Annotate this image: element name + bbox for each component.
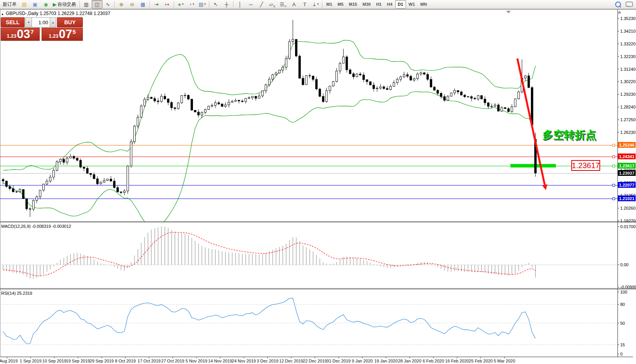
arrows-button[interactable]: ⇣▾ (310, 0, 321, 8)
line-handle[interactable] (613, 184, 615, 187)
sell-price[interactable]: 1.23 03 7 (1, 28, 40, 41)
volume-input[interactable]: 1.00 (32, 17, 50, 27)
timeframe-m5[interactable]: M5 (335, 0, 346, 8)
line-handle[interactable] (613, 156, 615, 158)
price-tag-1.23617: 1.23617 (618, 163, 636, 169)
signal-icon[interactable]: ◉ (40, 0, 51, 8)
rsi-indicator (0, 298, 618, 345)
zoom-out-button[interactable]: ⊖ (127, 0, 138, 8)
chart-shift-marker[interactable] (506, 11, 511, 13)
svg-text:1.35230: 1.35230 (620, 16, 636, 21)
market-watch-icon[interactable]: ▣ (30, 0, 40, 8)
svg-text:0.00: 0.00 (620, 262, 628, 267)
fibonacci-button[interactable]: ☰F (278, 0, 289, 8)
trend-arrow[interactable] (517, 58, 547, 190)
channel-button[interactable]: ▱E (267, 0, 278, 8)
ohlc-values: 1.25703 1.26229 1.22748 1.23037 (40, 11, 111, 16)
svg-text:1 Sep 2019: 1 Sep 2019 (20, 359, 41, 363)
green-highlight-bar[interactable] (510, 164, 556, 167)
timeframe-h4[interactable]: H4 (384, 0, 395, 8)
horizontal-line-glyph: ─ (249, 2, 252, 7)
crosshair-glyph: ┼ (225, 2, 228, 7)
channel-glyph: ▱ (269, 2, 273, 7)
price-tag-1.22077: 1.22077 (618, 182, 636, 188)
signal-icon-glyph: ◉ (44, 2, 48, 7)
timeframe-m1[interactable]: M1 (324, 0, 335, 8)
sell-price-big: 03 (17, 29, 30, 40)
indicators-button[interactable]: +▾ (175, 0, 186, 8)
crosshair-button[interactable]: ┼ (221, 0, 232, 8)
new-chart-icon[interactable]: ▤ (19, 0, 30, 8)
toolbar-separator (174, 1, 174, 8)
volume-decrease-button[interactable]: ▼ (25, 17, 32, 27)
price-callout-box[interactable]: 1.23617 (571, 160, 600, 171)
price-scale[interactable]: 1.352301.342101.332201.322301.312401.302… (618, 16, 636, 356)
scale-top-marker[interactable] (618, 11, 621, 13)
line-handle[interactable] (613, 165, 615, 167)
chart-symbol-label: ▴ GBPUSD-,Daily 1.25703 1.26229 1.22748 … (2, 11, 110, 16)
bar-chart-glyph: ▥ (84, 2, 89, 7)
arrows-glyph: ⇣ (312, 2, 317, 7)
svg-text:1.20260: 1.20260 (620, 206, 636, 210)
svg-text:9 Jan 2020: 9 Jan 2020 (352, 359, 373, 363)
zoom-in-button[interactable]: ⊕ (116, 0, 127, 8)
volume-increase-button[interactable]: ▲ (50, 17, 56, 27)
tile-windows-button[interactable]: ▦ (138, 0, 148, 8)
rsi-indicator-label: RSI(14) 25.2319 (1, 291, 32, 296)
price-tag-1.21021: 1.21021 (618, 195, 636, 201)
toolbar-separator (233, 1, 233, 8)
timeframe-m30[interactable]: M30 (360, 0, 373, 8)
vertical-line-button[interactable]: │ (235, 0, 245, 8)
svg-text:0.017007: 0.017007 (620, 224, 636, 229)
timeframe-h1[interactable]: H1 (373, 0, 384, 8)
one-click-trading-panel: SELL ▼ 1.00 ▲ BUY 1.23 03 7 1.23 07 5 (1, 17, 83, 41)
chart-shift-button[interactable]: ↦ (162, 0, 173, 8)
buy-price-prefix: 1.23 (49, 33, 58, 39)
line-handle[interactable] (613, 198, 615, 200)
text-label-glyph: T (303, 2, 306, 7)
horizontal-price-lines[interactable] (0, 144, 618, 200)
chart-canvas: 1.352301.342101.332201.322301.312401.302… (0, 0, 636, 364)
new-order-button[interactable]: 新订单 (0, 0, 19, 8)
candlestick-chart-button[interactable]: ◫ (92, 0, 102, 8)
search-icon[interactable] (615, 2, 621, 7)
periods-button[interactable]: ◔▾ (186, 0, 197, 8)
toolbar-separator (149, 1, 150, 8)
timeframe-mn[interactable]: MN (418, 0, 430, 8)
line-handle[interactable] (613, 144, 615, 147)
pane-sep-macd-rsi[interactable] (0, 289, 636, 289)
auto-scroll-button[interactable]: ⇥ (151, 0, 162, 8)
line-chart-button[interactable]: ∿ (102, 0, 113, 8)
trendline-button[interactable]: ╱ (256, 0, 267, 8)
new-chart-icon-glyph: ▤ (22, 2, 27, 7)
timeframe-m15[interactable]: M15 (346, 0, 360, 8)
timeframe-d1[interactable]: D1 (395, 0, 406, 8)
horizontal-line-button[interactable]: ─ (245, 0, 256, 8)
turning-point-annotation[interactable]: 多空转折点 (542, 128, 596, 142)
svg-text:1.27250: 1.27250 (620, 117, 636, 122)
svg-text:0: 0 (620, 352, 623, 356)
pane-sep-main-macd[interactable] (0, 222, 636, 222)
timeframe-w1[interactable]: W1 (406, 0, 418, 8)
svg-text:1.29230: 1.29230 (620, 92, 636, 97)
buy-button[interactable]: BUY (57, 17, 83, 27)
svg-text:19 Sep 2019: 19 Sep 2019 (66, 359, 90, 363)
text-button[interactable]: A (289, 0, 299, 8)
cursor-button[interactable]: ↖ (210, 0, 221, 8)
svg-text:19 Jan 2020: 19 Jan 2020 (374, 359, 398, 363)
sell-button[interactable]: SELL (1, 17, 25, 27)
templates-button[interactable]: ▤▾ (197, 0, 208, 8)
toolbar-separator (209, 1, 209, 8)
text-label-button[interactable]: T (299, 0, 310, 8)
buy-price[interactable]: 1.23 07 5 (42, 28, 83, 41)
svg-text:1.30220: 1.30220 (620, 79, 636, 84)
market-watch-icon-glyph: ▣ (33, 2, 37, 7)
bar-chart-button[interactable]: ▥ (81, 0, 92, 8)
time-axis[interactable]: 2 Aug 20191 Sep 201910 Sep 201919 Sep 20… (0, 357, 515, 363)
one-click-collapse-icon[interactable]: ▴ (2, 12, 3, 16)
svg-text:1.19270: 1.19270 (620, 219, 636, 223)
autotrading-button[interactable]: ▶自动交易 (51, 0, 78, 8)
chat-icon[interactable] (626, 2, 633, 7)
sell-price-prefix: 1.23 (7, 33, 16, 39)
svg-text:3 Dec 2019: 3 Dec 2019 (257, 359, 278, 363)
